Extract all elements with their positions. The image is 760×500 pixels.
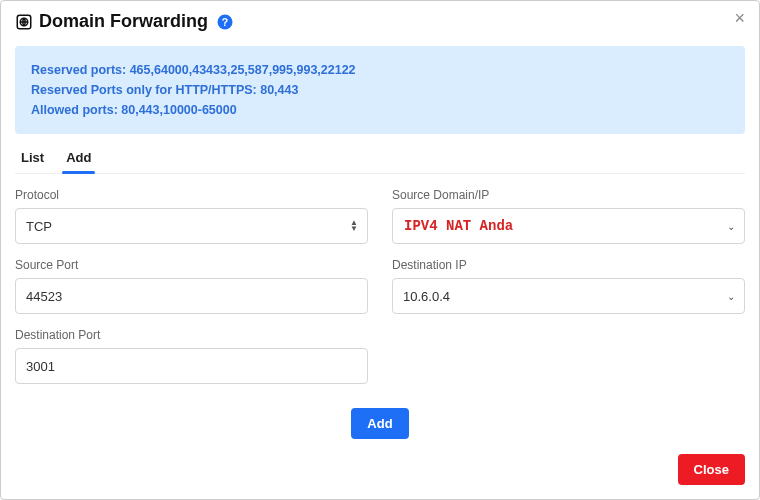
dest-port-input[interactable]	[15, 348, 368, 384]
info-line-reserved-http: Reserved Ports only for HTTP/HTTPS: 80,4…	[31, 80, 729, 100]
svg-text:?: ?	[222, 15, 228, 27]
add-button[interactable]: Add	[351, 408, 408, 439]
dest-ip-select[interactable]	[392, 278, 745, 314]
modal-title: Domain Forwarding	[39, 11, 208, 32]
protocol-select[interactable]	[15, 208, 368, 244]
modal-footer: Close	[1, 444, 759, 499]
info-box: Reserved ports: 465,64000,43433,25,587,9…	[15, 46, 745, 134]
source-port-input[interactable]	[15, 278, 368, 314]
domain-forwarding-modal: × Domain Forwarding ? Reserved ports: 46…	[0, 0, 760, 500]
source-domain-label: Source Domain/IP	[392, 188, 745, 202]
source-port-group: Source Port	[15, 258, 368, 314]
tab-list[interactable]: List	[19, 144, 46, 173]
dest-ip-label: Destination IP	[392, 258, 745, 272]
source-domain-group: Source Domain/IP IPV4 NAT Anda ⌄	[392, 188, 745, 244]
protocol-group: Protocol ▲▼	[15, 188, 368, 244]
tab-add[interactable]: Add	[64, 144, 93, 173]
tab-bar: List Add	[15, 144, 745, 174]
close-button[interactable]: Close	[678, 454, 745, 485]
source-domain-select[interactable]	[392, 208, 745, 244]
modal-header: Domain Forwarding ?	[1, 1, 759, 38]
dest-ip-group: Destination IP ⌄	[392, 258, 745, 314]
source-port-label: Source Port	[15, 258, 368, 272]
modal-body: Reserved ports: 465,64000,43433,25,587,9…	[1, 38, 759, 444]
dest-port-group: Destination Port	[15, 328, 368, 384]
globe-icon	[15, 13, 33, 31]
info-line-allowed: Allowed ports: 80,443,10000-65000	[31, 100, 729, 120]
close-icon[interactable]: ×	[734, 9, 745, 27]
info-line-reserved: Reserved ports: 465,64000,43433,25,587,9…	[31, 60, 729, 80]
dest-port-label: Destination Port	[15, 328, 368, 342]
help-icon[interactable]: ?	[216, 13, 234, 31]
protocol-label: Protocol	[15, 188, 368, 202]
